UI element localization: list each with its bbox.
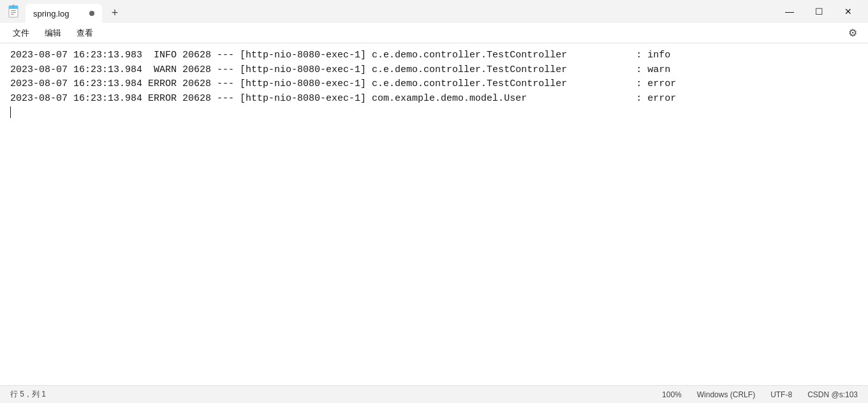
status-left: 行 5，列 1 (10, 389, 46, 400)
log-line: 2023-08-07 16:23:13.984 ERROR 20628 --- … (10, 92, 858, 106)
active-tab[interactable]: spring.log (26, 4, 102, 23)
menu-file[interactable]: 文件 (5, 25, 37, 41)
minimize-button[interactable]: — (775, 1, 804, 22)
editor-area[interactable]: 2023-08-07 16:23:13.983 INFO 20628 --- [… (0, 43, 868, 385)
cursor-line (10, 106, 858, 121)
status-right: 100% Windows (CRLF) UTF-8 CSDN @s:103 (662, 390, 858, 399)
window-controls: — ☐ ✕ (775, 1, 863, 22)
log-line: 2023-08-07 16:23:13.983 INFO 20628 --- [… (10, 48, 858, 63)
close-button[interactable]: ✕ (834, 1, 863, 22)
tab-title: spring.log (33, 9, 84, 18)
notepad-icon (7, 4, 21, 18)
text-cursor (10, 106, 11, 118)
cursor-position: 行 5，列 1 (10, 389, 46, 400)
title-bar: spring.log + — ☐ ✕ (0, 0, 868, 23)
menu-items: 文件 编辑 查看 (5, 25, 101, 41)
menu-view[interactable]: 查看 (69, 25, 101, 41)
extra-info: CSDN @s:103 (807, 390, 858, 399)
svg-rect-4 (11, 14, 14, 15)
maximize-button[interactable]: ☐ (804, 1, 834, 22)
log-line: 2023-08-07 16:23:13.984 WARN 20628 --- [… (10, 63, 858, 78)
zoom-level: 100% (662, 390, 682, 399)
status-bar: 行 5，列 1 100% Windows (CRLF) UTF-8 CSDN @… (0, 385, 868, 403)
new-tab-button[interactable]: + (105, 3, 125, 23)
svg-rect-5 (13, 5, 14, 8)
unsaved-dot (89, 11, 94, 16)
log-line: 2023-08-07 16:23:13.984 ERROR 20628 --- … (10, 77, 858, 92)
menu-edit[interactable]: 编辑 (37, 25, 69, 41)
tabs-area: spring.log + (26, 0, 775, 23)
encoding: UTF-8 (770, 390, 792, 399)
line-ending: Windows (CRLF) (697, 390, 755, 399)
svg-rect-3 (11, 12, 16, 13)
app-icon (5, 3, 23, 20)
settings-icon[interactable]: ⚙ (842, 24, 863, 42)
menu-bar: 文件 编辑 查看 ⚙ (0, 23, 868, 43)
svg-rect-2 (11, 10, 16, 11)
